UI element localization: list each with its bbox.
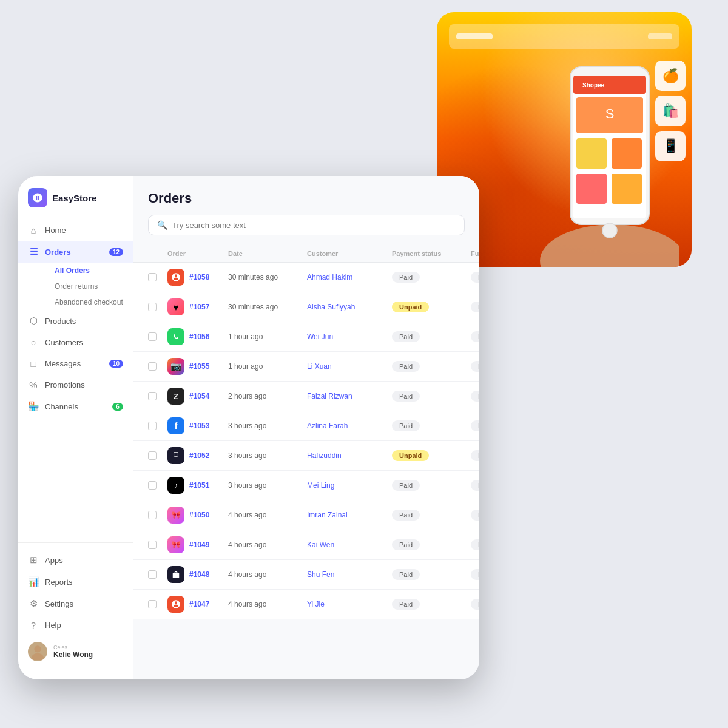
fulfillment-badge: Fulfilled (471, 272, 479, 283)
sidebar-item-orders[interactable]: ☰ Orders 12 (18, 241, 133, 263)
table-row[interactable]: ♥ #1057 30 minutes ago Aisha Sufiyyah Un… (133, 292, 479, 322)
order-cell: 📷 #1055 (167, 358, 228, 375)
order-link[interactable]: #1053 (189, 422, 209, 430)
sidebar-item-products[interactable]: ⬡ Products (18, 310, 133, 332)
customer-name[interactable]: Aisha Sufiyyah (307, 303, 392, 311)
customer-name[interactable]: Shu Fen (307, 570, 392, 579)
fulfillment-badge: Fulfilled (471, 539, 479, 550)
order-link[interactable]: #1048 (189, 570, 209, 579)
order-link[interactable]: #1051 (189, 481, 209, 490)
table-row[interactable]: f #1053 3 hours ago Azlina Farah Paid Fu… (133, 411, 479, 441)
search-input[interactable] (172, 221, 456, 230)
table-row[interactable]: Z #1054 2 hours ago Faizal Rizwan Paid F… (133, 382, 479, 411)
row-checkbox[interactable] (148, 451, 167, 460)
table-row[interactable]: 🎀 #1049 4 hours ago Kai Wen Paid Fulfill… (133, 530, 479, 560)
table-row[interactable]: #1047 4 hours ago Yi Jie Paid Fulfilled … (133, 590, 479, 619)
table-row[interactable]: #1058 30 minutes ago Ahmad Hakim Paid Fu… (133, 263, 479, 292)
row-checkbox[interactable] (148, 362, 167, 371)
table-header: Order Date Customer Payment status Fulfi… (133, 245, 479, 263)
order-link[interactable]: #1052 (189, 451, 209, 460)
messages-badge: 10 (109, 360, 123, 368)
channels-badge: 6 (112, 403, 123, 411)
search-bar[interactable]: 🔍 (148, 215, 465, 235)
order-source-icon: 🎀 (167, 536, 184, 553)
sidebar-item-customers[interactable]: ○ Customers (18, 332, 133, 353)
order-link[interactable]: #1049 (189, 541, 209, 549)
sidebar-item-channels[interactable]: 🏪 Channels 6 (18, 396, 133, 417)
sub-nav-all-orders[interactable]: All Orders (45, 263, 133, 278)
payment-badge: Paid (392, 510, 420, 521)
customer-name[interactable]: Kai Wen (307, 541, 392, 549)
sub-nav-order-returns[interactable]: Order returns (45, 278, 133, 294)
order-link[interactable]: #1050 (189, 511, 209, 519)
table-body: #1058 30 minutes ago Ahmad Hakim Paid Fu… (133, 263, 479, 619)
order-cell: #1047 (167, 596, 228, 613)
sidebar-item-reports[interactable]: 📊 Reports (18, 571, 133, 593)
sidebar-item-label-customers: Customers (45, 338, 83, 347)
payment-badge: Paid (392, 420, 420, 431)
sidebar-item-settings[interactable]: ⚙ Settings (18, 593, 133, 615)
row-checkbox[interactable] (148, 511, 167, 519)
sidebar-item-label-promotions: Promotions (45, 380, 85, 389)
home-icon: ⌂ (28, 225, 39, 235)
order-link[interactable]: #1055 (189, 362, 209, 371)
payment-badge: Paid (392, 569, 420, 580)
row-checkbox[interactable] (148, 422, 167, 430)
sidebar-item-home[interactable]: ⌂ Home (18, 220, 133, 241)
svg-text:S: S (605, 106, 615, 121)
payment-badge: Unpaid (392, 302, 429, 312)
order-link[interactable]: #1057 (189, 303, 209, 311)
order-cell: #1056 (167, 328, 228, 345)
payment-status: Paid (392, 272, 471, 283)
customer-name[interactable]: Ahmad Hakim (307, 273, 392, 281)
row-checkbox[interactable] (148, 303, 167, 311)
payment-status: Paid (392, 599, 471, 610)
customer-name[interactable]: Mei Ling (307, 481, 392, 490)
order-link[interactable]: #1047 (189, 600, 209, 608)
reports-icon: 📊 (28, 576, 39, 587)
sub-nav-abandoned-checkout[interactable]: Abandoned checkout (45, 294, 133, 310)
table-row[interactable]: #1048 4 hours ago Shu Fen Paid Fulfilled… (133, 560, 479, 590)
row-checkbox[interactable] (148, 273, 167, 281)
row-checkbox[interactable] (148, 481, 167, 490)
order-link[interactable]: #1056 (189, 332, 209, 341)
sidebar-item-messages[interactable]: □ Messages 10 (18, 353, 133, 374)
customer-name[interactable]: Li Xuan (307, 362, 392, 371)
customer-name[interactable]: Hafizuddin (307, 451, 392, 460)
table-row[interactable]: 🎀 #1050 4 hours ago Imran Zainal Paid Fu… (133, 500, 479, 530)
payment-badge: Paid (392, 272, 420, 283)
customer-name[interactable]: Azlina Farah (307, 422, 392, 430)
main-header: Orders 🔍 (133, 176, 479, 245)
table-row[interactable]: #1056 1 hour ago Wei Jun Paid Fulfilled … (133, 322, 479, 352)
customer-name[interactable]: Yi Jie (307, 600, 392, 608)
table-row[interactable]: #1052 3 hours ago Hafizuddin Unpaid Fulf… (133, 441, 479, 471)
main-content: Orders 🔍 Order Date Customer Payment sta… (133, 176, 479, 679)
payment-badge: Paid (392, 480, 420, 491)
sidebar-item-promotions[interactable]: % Promotions (18, 374, 133, 396)
order-date: 4 hours ago (228, 511, 307, 519)
row-checkbox[interactable] (148, 392, 167, 400)
table-row[interactable]: 📷 #1055 1 hour ago Li Xuan Paid Fulfille… (133, 352, 479, 382)
fulfillment-status: Fulfilled (471, 331, 479, 342)
order-link[interactable]: #1054 (189, 392, 209, 400)
order-cell: #1052 (167, 447, 228, 464)
row-checkbox[interactable] (148, 332, 167, 341)
customer-name[interactable]: Imran Zainal (307, 511, 392, 519)
help-icon: ? (28, 620, 39, 630)
payment-status: Paid (392, 539, 471, 550)
order-link[interactable]: #1058 (189, 273, 209, 281)
sidebar-item-apps[interactable]: ⊞ Apps (18, 549, 133, 571)
logo-area: EasyStore (18, 188, 133, 220)
user-info[interactable]: Celes Kelie Wong (18, 636, 133, 667)
fulfillment-status: Fulfilled (471, 272, 479, 283)
fulfillment-badge: Fulfilled (471, 450, 479, 461)
customer-name[interactable]: Wei Jun (307, 332, 392, 341)
row-checkbox[interactable] (148, 541, 167, 549)
row-checkbox[interactable] (148, 570, 167, 579)
table-row[interactable]: ♪ #1051 3 hours ago Mei Ling Paid Fulfil… (133, 471, 479, 500)
sidebar-item-help[interactable]: ? Help (18, 615, 133, 636)
order-date: 1 hour ago (228, 362, 307, 371)
order-cell: ♥ #1057 (167, 298, 228, 315)
row-checkbox[interactable] (148, 600, 167, 608)
customer-name[interactable]: Faizal Rizwan (307, 392, 392, 400)
